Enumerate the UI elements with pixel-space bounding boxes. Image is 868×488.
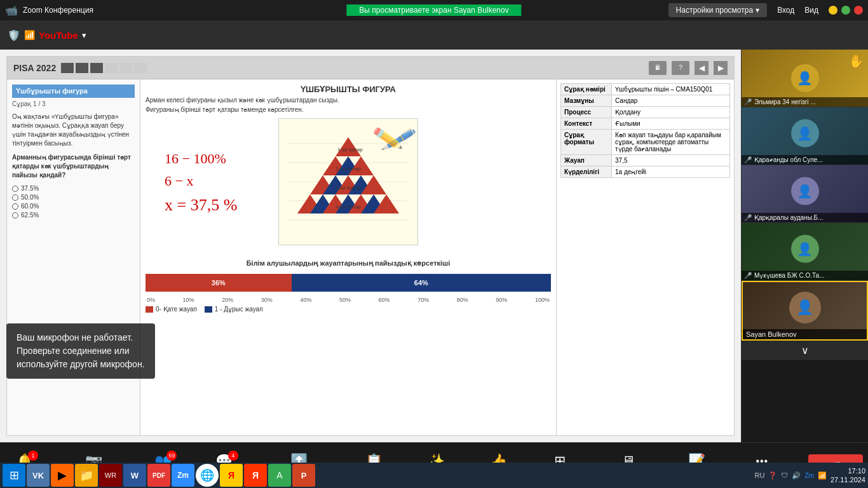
chrome-icon: 🌐 <box>200 468 214 482</box>
start-button[interactable]: ⊞ <box>3 464 25 487</box>
info-value-6: 37,5 <box>612 155 730 166</box>
info-label-5: Сұрақ форматы <box>561 130 612 155</box>
slide-desc2: Фигураның бірінші төрт қатары төменде кө… <box>146 106 551 113</box>
participant-name-sayan: Sayan Bulkenov <box>743 329 867 339</box>
minimize-button[interactable] <box>829 6 837 15</box>
chat-badge: 4 <box>228 451 238 461</box>
info-row-6: Жауап 37,5 <box>561 155 730 166</box>
legend-red-label: 0- Қате жауап <box>156 306 197 313</box>
scroll-down-button[interactable]: ∨ <box>742 341 868 360</box>
prev-arrow[interactable]: ◀ <box>695 61 709 75</box>
participants-sidebar: ✋ 👤 🎤 Эльмира 34 негізгі ... 👤 🎤 Қараған… <box>741 50 868 442</box>
mic-warning-overlay: Ваш микрофон не работает. Проверьте соед… <box>6 323 155 379</box>
nav-sq-3 <box>90 63 103 73</box>
nav-squares <box>61 63 147 73</box>
taskbar-pdf[interactable]: PDF <box>147 464 170 487</box>
view-settings-button[interactable]: Настройки просмотра ▾ <box>668 3 768 17</box>
mic-warning-line3: используйте другой микрофон. <box>17 358 145 371</box>
question-subtitle: Сұрақ 1 / 3 <box>12 100 135 107</box>
help-icon[interactable]: ? <box>672 61 689 75</box>
folder-icon: 📁 <box>79 468 93 482</box>
presentation-area: PISA 2022 🖩 ? ◀ ▶ <box>0 50 741 442</box>
app-title: Zoom Конференция <box>23 6 93 15</box>
radio-circle-1 <box>12 186 18 192</box>
bar-red: 36% <box>146 274 292 292</box>
wifi-icon: 📶 <box>24 30 35 40</box>
question-body1: Оң жақтағы «Үшбұрышты фигура» мәтінін оқ… <box>12 112 135 148</box>
ya2-icon: Я <box>252 470 259 480</box>
chart-legend: 0- Қате жауап 1 - Дұрыс жауап <box>146 306 551 313</box>
maximize-button[interactable] <box>841 6 850 15</box>
option-4[interactable]: 62.5% <box>12 212 135 219</box>
vk-icon: VK <box>32 471 44 480</box>
info-row-1: Сұрақ нөмірі Үшбұрышты пішін – CMA150Q01 <box>561 84 730 95</box>
speaker-icon: 🔊 <box>792 471 801 480</box>
taskbar-yandex[interactable]: Я <box>220 464 243 487</box>
hw-line3: x = 37,5 % <box>165 192 237 219</box>
slide-center-panel: ҮШБҰРЫШТЫ ФИГУРА Арман келесі фигураны қ… <box>140 79 556 435</box>
info-row-5: Сұрақ форматы Көп жауап таңдауы бар қара… <box>561 130 730 155</box>
taskbar-ya2[interactable]: Я <box>244 464 267 487</box>
legend-red-color <box>146 306 153 313</box>
info-row-7: Күрделілігі 1а деңгейі <box>561 166 730 178</box>
taskbar-chrome[interactable]: 🌐 <box>196 464 219 487</box>
participant-item-sayan: 👤 Sayan Bulkenov <box>742 281 868 341</box>
mic-icon-2: 🎤 <box>744 156 752 163</box>
svg-text:2-ші қатар: 2-ші қатар <box>336 166 361 172</box>
option-3[interactable]: 60.0% <box>12 203 135 210</box>
winrar-icon: WR <box>105 471 116 479</box>
taskbar-vk[interactable]: VK <box>27 464 50 487</box>
chart-bars: 36% 64% <box>146 271 551 294</box>
bar-blue: 64% <box>292 274 551 292</box>
taskbar-winrar[interactable]: WR <box>99 464 122 487</box>
info-value-2: Сандар <box>612 95 730 107</box>
clock-date: 27.11.2024 <box>831 475 865 484</box>
ppt-icon: P <box>301 471 307 480</box>
hw-line2: 6 − x <box>165 170 237 192</box>
svg-text:4-ші қатар: 4-ші қатар <box>336 204 361 210</box>
taskbar-zoom[interactable]: Zm <box>172 464 194 487</box>
youtube-label: YouTube <box>39 30 78 41</box>
screen-share-notice: Вы просматриваете экран Sayan Bulkenov <box>346 4 521 16</box>
shield-icon: 🛡️ <box>8 29 20 41</box>
slide-header: PISA 2022 🖩 ? ◀ ▶ <box>7 57 734 79</box>
word-icon: W <box>131 471 139 480</box>
taskbar-folder[interactable]: 📁 <box>75 464 98 487</box>
window-controls <box>829 6 863 15</box>
chart-x-axis: 0%10%20%30%40% 50%60%70%80%90%100% <box>146 297 551 303</box>
vid-button[interactable]: Вид <box>804 6 818 15</box>
question-title: Үшбұрышты фигура <box>12 85 135 98</box>
pisa-logo: PISA 2022 <box>13 63 56 73</box>
hand-raised-icon: ✋ <box>848 53 864 69</box>
main-toolbar: 🛡️ 📶 YouTube ▾ <box>0 20 868 50</box>
next-arrow[interactable]: ▶ <box>714 61 728 75</box>
participant-name-2: 🎤 Қарағанды обл Суле... <box>742 155 868 165</box>
taskbar-media[interactable]: ▶ <box>51 464 74 487</box>
participants-badge: 59 <box>166 451 177 461</box>
dropdown-icon[interactable]: ▾ <box>82 30 86 40</box>
slide-header-right: 🖩 ? ◀ ▶ <box>649 61 728 75</box>
answer-options: 37.5% 50.0% 60.0% 62.5% <box>12 185 135 219</box>
legend-blue-color <box>205 306 212 313</box>
calculator-icon[interactable]: 🖩 <box>649 61 667 75</box>
slide-content: Үшбұрышты фигура Сұрақ 1 / 3 Оң жақтағы … <box>7 79 734 435</box>
info-label-4: Контекст <box>561 118 612 130</box>
nav-sq-6 <box>134 63 147 73</box>
maps-icon: A <box>276 470 282 480</box>
option-1[interactable]: 37.5% <box>12 185 135 192</box>
mic-warning-line1: Ваш микрофон не работает. <box>17 331 145 344</box>
slide-left-panel: Үшбұрышты фигура Сұрақ 1 / 3 Оң жақтағы … <box>7 79 140 435</box>
close-button[interactable] <box>854 6 863 15</box>
legend-blue: 1 - Дұрыс жауап <box>205 306 263 313</box>
zoom-icon: 📹 <box>5 4 18 17</box>
taskbar-ppt[interactable]: P <box>292 464 315 487</box>
participant-item-3: 👤 🎤 Қарқаралы ауданы.Б... <box>742 165 868 223</box>
nav-sq-1 <box>61 63 74 73</box>
zoom-sys-icon: Zm <box>804 472 813 479</box>
nav-sq-5 <box>119 63 132 73</box>
option-2[interactable]: 50.0% <box>12 194 135 201</box>
login-button[interactable]: Вход <box>777 6 794 15</box>
main-content: PISA 2022 🖩 ? ◀ ▶ <box>0 50 868 442</box>
taskbar-maps[interactable]: A <box>268 464 291 487</box>
taskbar-word[interactable]: W <box>123 464 146 487</box>
